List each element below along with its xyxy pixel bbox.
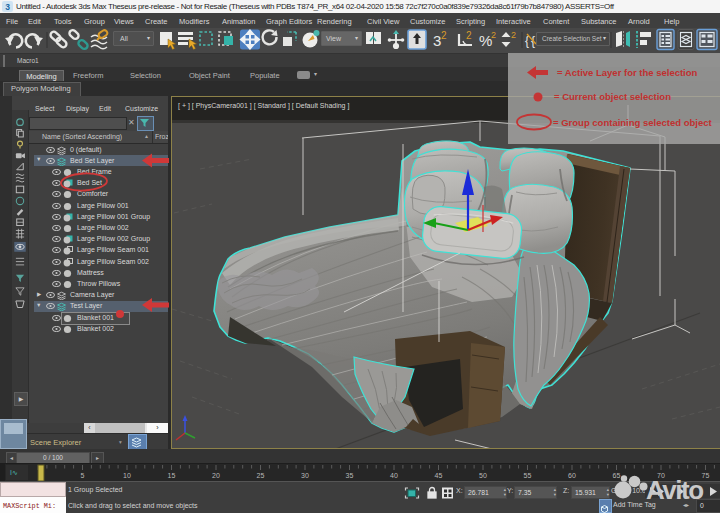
svg-text:= Current object selection: = Current object selection: [554, 91, 671, 102]
svg-text:35: 35: [346, 472, 354, 479]
svg-text:45: 45: [435, 472, 443, 479]
svg-text:30: 30: [301, 472, 309, 479]
svg-text:60: 60: [568, 472, 576, 479]
svg-text:Avito: Avito: [646, 475, 703, 505]
svg-text:15: 15: [168, 472, 176, 479]
svg-text:50: 50: [479, 472, 487, 479]
svg-text:40: 40: [390, 472, 398, 479]
svg-text:I∿: I∿: [10, 469, 18, 476]
svg-text:2: 2: [441, 30, 447, 41]
svg-text:2: 2: [466, 30, 472, 41]
svg-text:10: 10: [123, 472, 131, 479]
svg-text:= Active Layer for the selecti: = Active Layer for the selection: [557, 67, 698, 78]
svg-text:2: 2: [491, 30, 496, 40]
svg-text:2: 2: [511, 30, 516, 40]
svg-text:5: 5: [81, 472, 85, 479]
svg-text:= Group containing selected ob: = Group containing selected object: [553, 117, 712, 128]
svg-text:20: 20: [212, 472, 220, 479]
svg-text:3: 3: [5, 2, 10, 12]
svg-text:[ + ] [ PhysCamera001 ] [ Stan: [ + ] [ PhysCamera001 ] [ Standard ] [ D…: [178, 102, 349, 110]
svg-text:25: 25: [257, 472, 265, 479]
svg-text:55: 55: [524, 472, 532, 479]
